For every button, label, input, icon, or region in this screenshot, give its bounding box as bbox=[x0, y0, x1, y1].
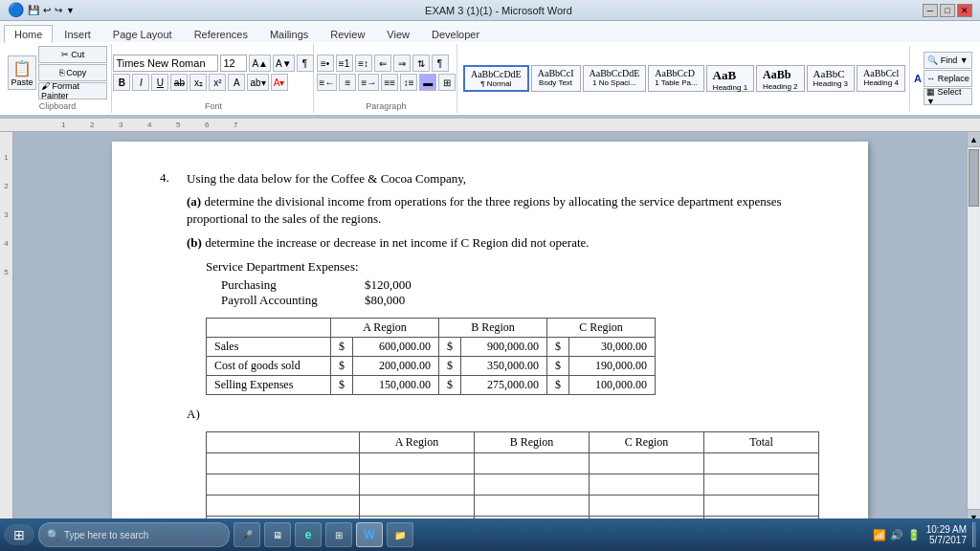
scroll-track[interactable] bbox=[968, 147, 980, 509]
at-row2-a[interactable] bbox=[360, 474, 475, 495]
at-row2-label[interactable] bbox=[207, 474, 360, 495]
at-row3-total[interactable] bbox=[704, 495, 819, 516]
italic-button[interactable]: I bbox=[132, 74, 149, 91]
at-row1-a[interactable] bbox=[360, 452, 475, 474]
font-name-input[interactable] bbox=[113, 55, 218, 72]
find-button[interactable]: 🔍 Find ▼ bbox=[924, 52, 972, 69]
text-effect[interactable]: A bbox=[228, 74, 245, 91]
minimize-button[interactable]: ─ bbox=[923, 4, 938, 17]
at-row-2[interactable] bbox=[207, 474, 819, 495]
style-table[interactable]: AaBbCcD 1 Table Pa... bbox=[648, 65, 703, 92]
at-row-3[interactable] bbox=[207, 495, 819, 516]
sort-button[interactable]: ⇅ bbox=[412, 55, 430, 72]
tab-page-layout[interactable]: Page Layout bbox=[102, 25, 183, 42]
align-center[interactable]: ≡ bbox=[339, 74, 356, 91]
at-row2-b[interactable] bbox=[475, 474, 590, 495]
quick-redo[interactable]: ↪ bbox=[55, 5, 62, 15]
bold-button[interactable]: B bbox=[113, 74, 130, 91]
font-size-down[interactable]: A▼ bbox=[273, 55, 295, 72]
copy-button[interactable]: ⎘ Copy bbox=[38, 64, 107, 81]
highlight-button[interactable]: ab▾ bbox=[247, 74, 268, 91]
font-size-input[interactable] bbox=[220, 55, 247, 72]
paste-button[interactable]: 📋 Paste bbox=[8, 55, 36, 90]
tab-home[interactable]: Home bbox=[4, 25, 53, 43]
select-button[interactable]: ▦ Select ▼ bbox=[924, 88, 972, 105]
at-row1-label[interactable] bbox=[207, 452, 360, 474]
scroll-up-button[interactable]: ▲ bbox=[968, 132, 980, 147]
style-body-text[interactable]: AaBbCcI Body Text bbox=[531, 65, 581, 92]
dt-cogs-c-val: 190,000.00 bbox=[569, 356, 656, 375]
at-row1-b[interactable] bbox=[475, 452, 590, 474]
at-row3-label[interactable] bbox=[207, 495, 360, 516]
format-painter-button[interactable]: 🖌 Format Painter bbox=[38, 82, 107, 99]
document-scroll-area[interactable]: 4. Using the data below for the Coffee &… bbox=[13, 132, 967, 524]
style-no-spacing[interactable]: AaBbCcDdE 1 No Spaci... bbox=[583, 65, 647, 92]
font-size-up[interactable]: A▲ bbox=[249, 55, 271, 72]
search-placeholder[interactable]: Type here to search bbox=[64, 530, 148, 540]
at-row3-c[interactable] bbox=[590, 495, 704, 516]
close-button[interactable]: ✕ bbox=[957, 4, 972, 17]
taskbar-mic[interactable]: 🎤 bbox=[234, 522, 260, 547]
multilevel-button[interactable]: ≡↕ bbox=[355, 55, 372, 72]
justify[interactable]: ≡≡ bbox=[381, 74, 398, 91]
start-button[interactable]: ⊞ bbox=[4, 524, 34, 545]
style-heading3[interactable]: AaBbC Heading 3 bbox=[807, 65, 855, 92]
decrease-indent[interactable]: ⇐ bbox=[374, 55, 391, 72]
tab-references[interactable]: References bbox=[184, 25, 258, 42]
question-main-text: Using the data below for the Coffee & Co… bbox=[187, 170, 820, 187]
style-heading4[interactable]: AaBbCcl Heading 4 bbox=[857, 65, 905, 92]
quick-dropdown[interactable]: ▼ bbox=[66, 6, 75, 15]
taskbar-windows[interactable]: ⊞ bbox=[325, 522, 352, 547]
style-normal[interactable]: AaBbCcDdE ¶ Normal bbox=[463, 65, 529, 92]
at-row2-c[interactable] bbox=[590, 474, 704, 495]
style-heading2[interactable]: AaBb Heading 2 bbox=[756, 65, 804, 92]
at-row2-total[interactable] bbox=[704, 474, 819, 495]
system-clock[interactable]: 10:29 AM 5/7/2017 bbox=[926, 524, 967, 545]
at-row3-a[interactable] bbox=[360, 495, 475, 516]
show-formatting[interactable]: ¶ bbox=[432, 55, 449, 72]
replace-button[interactable]: ↔ Replace bbox=[924, 70, 972, 87]
subscript-button[interactable]: x₂ bbox=[189, 74, 207, 91]
at-row3-b[interactable] bbox=[475, 495, 590, 516]
at-row1-total[interactable] bbox=[704, 452, 819, 474]
at-row-1[interactable] bbox=[207, 452, 819, 474]
increase-indent[interactable]: ⇒ bbox=[393, 55, 411, 72]
numbering-button[interactable]: ≡1 bbox=[336, 55, 353, 72]
maximize-button[interactable]: □ bbox=[940, 4, 955, 17]
document-page[interactable]: 4. Using the data below for the Coffee &… bbox=[112, 142, 868, 524]
taskbar-taskview[interactable]: 🖥 bbox=[264, 522, 291, 547]
cut-button[interactable]: ✂ Cut bbox=[38, 46, 107, 63]
taskbar-word[interactable]: W bbox=[356, 522, 383, 547]
vruler-3: 3 bbox=[0, 209, 12, 237]
line-spacing[interactable]: ↕≡ bbox=[400, 74, 417, 91]
align-right[interactable]: ≡→ bbox=[358, 74, 379, 91]
align-left[interactable]: ≡← bbox=[317, 74, 338, 91]
bullets-button[interactable]: ≡• bbox=[317, 55, 334, 72]
show-desktop[interactable] bbox=[972, 522, 976, 547]
at-header-a: A Region bbox=[360, 431, 475, 452]
scroll-thumb[interactable] bbox=[969, 149, 979, 207]
shading[interactable]: ▬ bbox=[419, 74, 436, 91]
taskbar-edge[interactable]: e bbox=[295, 522, 322, 547]
tab-view[interactable]: View bbox=[376, 25, 420, 42]
quick-undo[interactable]: ↩ bbox=[43, 5, 51, 15]
tab-insert[interactable]: Insert bbox=[54, 25, 101, 42]
strikethrough-button[interactable]: ab bbox=[170, 74, 188, 91]
search-bar[interactable]: 🔍 Type here to search bbox=[38, 522, 230, 547]
tab-mailings[interactable]: Mailings bbox=[259, 25, 319, 42]
tab-developer[interactable]: Developer bbox=[421, 25, 490, 42]
tab-review[interactable]: Review bbox=[320, 25, 375, 42]
borders[interactable]: ⊞ bbox=[438, 74, 456, 91]
quick-save[interactable]: 💾 bbox=[28, 5, 39, 15]
superscript-button[interactable]: x² bbox=[209, 74, 226, 91]
vertical-scrollbar[interactable]: ▲ ▼ bbox=[967, 132, 980, 524]
underline-button[interactable]: U bbox=[151, 74, 168, 91]
ruler-mark-4: 4 bbox=[147, 121, 176, 129]
part-b-text: determine the increase or decrease in ne… bbox=[205, 235, 589, 250]
taskbar-explorer[interactable]: 📁 bbox=[387, 522, 413, 547]
font-color-button[interactable]: A▾ bbox=[271, 74, 288, 91]
clear-format[interactable]: ¶ bbox=[297, 55, 314, 72]
style-heading1[interactable]: AaB Heading 1 bbox=[706, 65, 754, 92]
at-row1-c[interactable] bbox=[590, 452, 704, 474]
vruler-5: 5 bbox=[0, 266, 12, 295]
